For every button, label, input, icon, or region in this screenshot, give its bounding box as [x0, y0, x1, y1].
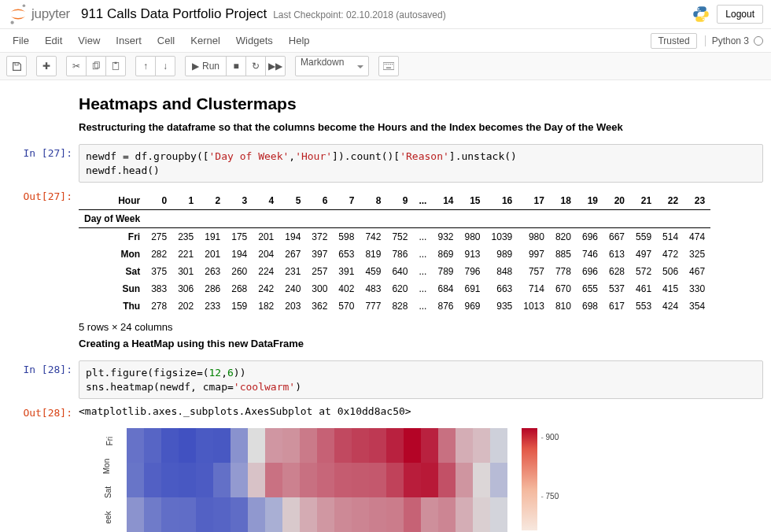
- svg-point-1: [10, 21, 13, 24]
- markdown-cell[interactable]: Heatmaps and Clustermaps Restructuring t…: [8, 94, 763, 133]
- stop-icon: ■: [233, 61, 238, 72]
- kernel-status-icon: [754, 36, 763, 46]
- paste-icon: [111, 61, 120, 71]
- arrow-down-icon: ↓: [163, 61, 168, 72]
- cut-icon: ✂: [72, 61, 80, 72]
- save-button[interactable]: [6, 56, 27, 76]
- menu-insert[interactable]: Insert: [116, 35, 142, 46]
- menubar: FileEditViewInsertCellKernelWidgetsHelp …: [0, 29, 771, 53]
- kernel-name-text: Python 3: [712, 35, 749, 46]
- menu-cell[interactable]: Cell: [157, 35, 175, 46]
- output-prompt: Out[27]:: [8, 187, 79, 333]
- dataframe-table: Hour0123456789...14151617181920212223Day…: [79, 192, 710, 315]
- copy-icon: [91, 61, 101, 71]
- restart-icon: ↻: [252, 61, 260, 72]
- menu-kernel[interactable]: Kernel: [190, 35, 220, 46]
- svg-point-14: [392, 64, 393, 65]
- arrow-up-icon: ↑: [143, 61, 148, 72]
- svg-point-11: [386, 64, 387, 65]
- logo-text: jupyter: [31, 6, 70, 22]
- svg-point-10: [385, 64, 386, 65]
- python-icon: [692, 5, 710, 24]
- logout-button[interactable]: Logout: [717, 5, 763, 24]
- header: jupyter 911 Calls Data Portfolio Project…: [0, 0, 771, 29]
- output-cell: Out[27]: Hour0123456789...14151617181920…: [8, 187, 763, 333]
- input-prompt: In [28]:: [8, 360, 79, 399]
- menu-widgets[interactable]: Widgets: [236, 35, 273, 46]
- heatmap-figure: FriMonSateek 900750: [79, 419, 763, 532]
- svg-rect-8: [115, 62, 117, 64]
- output-text: <matplotlib.axes._subplots.AxesSubplot a…: [79, 404, 763, 419]
- run-label: Run: [202, 61, 219, 72]
- checkpoint-text: Last Checkpoint: 02.10.2018 (autosaved): [273, 9, 445, 20]
- svg-rect-9: [383, 62, 394, 69]
- menu-file[interactable]: File: [13, 35, 29, 46]
- fast-forward-icon: ▶▶: [268, 61, 282, 72]
- output-cell: Out[28]: <matplotlib.axes._subplots.Axes…: [8, 404, 763, 532]
- command-palette-button[interactable]: [378, 56, 399, 76]
- jupyter-logo[interactable]: jupyter: [8, 3, 70, 25]
- svg-point-13: [390, 64, 391, 65]
- save-icon: [12, 61, 22, 72]
- svg-point-12: [388, 64, 389, 65]
- menu-help[interactable]: Help: [289, 35, 310, 46]
- copy-button[interactable]: [86, 56, 106, 76]
- code-input[interactable]: plt.figure(figsize=(12,6)) sns.heatmap(n…: [79, 360, 763, 399]
- restart-run-all-button[interactable]: ▶▶: [265, 56, 286, 76]
- svg-point-3: [703, 19, 704, 20]
- svg-point-2: [698, 8, 699, 9]
- keyboard-icon: [383, 62, 394, 70]
- colorbar: [522, 428, 537, 530]
- cut-button[interactable]: ✂: [66, 56, 87, 76]
- notebook-title[interactable]: 911 Calls Data Portfolio Project: [81, 6, 267, 22]
- markdown-text: Restructuring the dataframe so that the …: [79, 121, 763, 133]
- menu-view[interactable]: View: [78, 35, 100, 46]
- jupyter-icon: [8, 3, 28, 25]
- code-input[interactable]: newdf = df.groupby(['Day of Week','Hour'…: [79, 144, 763, 183]
- cell-type-value: Markdown: [301, 57, 344, 68]
- trusted-badge[interactable]: Trusted: [651, 33, 696, 49]
- markdown-heading: Heatmaps and Clustermaps: [79, 94, 763, 113]
- plus-icon: ✚: [42, 61, 50, 72]
- interrupt-button[interactable]: ■: [226, 56, 246, 76]
- code-cell[interactable]: In [27]: newdf = df.groupby(['Day of Wee…: [8, 144, 763, 183]
- input-prompt: In [27]:: [8, 144, 79, 183]
- svg-point-0: [23, 4, 26, 7]
- restart-button[interactable]: ↻: [245, 56, 266, 76]
- run-icon: ▶: [192, 61, 199, 72]
- run-button[interactable]: ▶Run: [185, 56, 227, 76]
- move-up-button[interactable]: ↑: [135, 56, 156, 76]
- insert-cell-button[interactable]: ✚: [36, 56, 57, 76]
- paste-button[interactable]: [105, 56, 126, 76]
- markdown-cell[interactable]: Creating a HeatMap using this new DataFr…: [8, 338, 763, 349]
- notebook-container: Heatmaps and Clustermaps Restructuring t…: [0, 80, 771, 532]
- markdown-text: Creating a HeatMap using this new DataFr…: [79, 338, 763, 349]
- svg-rect-15: [386, 68, 391, 68]
- toolbar: ✚ ✂ ↑ ↓ ▶Run ■ ↻ ▶▶ Markdown: [0, 53, 771, 80]
- code-cell[interactable]: In [28]: plt.figure(figsize=(12,6)) sns.…: [8, 360, 763, 399]
- menu-edit[interactable]: Edit: [45, 35, 62, 46]
- output-prompt: Out[28]:: [8, 404, 79, 532]
- kernel-indicator[interactable]: Python 3: [705, 35, 763, 46]
- move-down-button[interactable]: ↓: [155, 56, 175, 76]
- cell-type-select[interactable]: Markdown: [295, 56, 369, 76]
- table-caption: 5 rows × 24 columns: [79, 321, 763, 333]
